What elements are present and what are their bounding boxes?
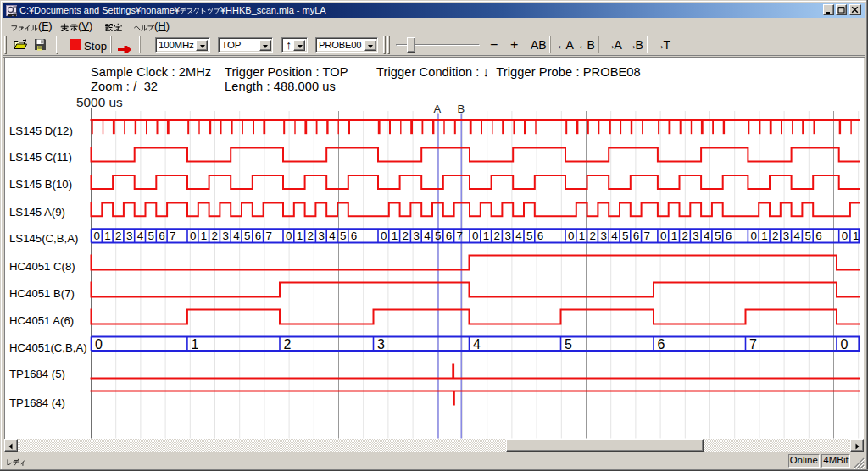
svg-text:3: 3 [377,337,385,352]
svg-text:1: 1 [191,337,198,352]
svg-text:2: 2 [494,230,500,242]
svg-text:4: 4 [329,230,336,242]
svg-text:5: 5 [526,230,532,242]
svg-text:3: 3 [222,230,228,242]
svg-text:6: 6 [537,230,543,242]
svg-text:7: 7 [457,230,463,242]
svg-text:4: 4 [424,230,431,242]
svg-text:6: 6 [446,230,452,242]
svg-text:2: 2 [284,337,292,352]
svg-text:5: 5 [148,230,154,242]
svg-text:A: A [434,103,442,115]
svg-text:4: 4 [233,230,240,242]
svg-text:0: 0 [568,230,574,242]
svg-text:1: 1 [392,230,398,242]
svg-text:0: 0 [95,337,103,352]
svg-text:6: 6 [255,230,261,242]
svg-text:6: 6 [658,337,665,352]
svg-text:0: 0 [381,230,387,242]
svg-text:LS145 B(10): LS145 B(10) [9,178,72,191]
svg-text:0: 0 [190,230,196,242]
svg-text:LS145 C(11): LS145 C(11) [9,151,72,163]
svg-text:2: 2 [308,230,314,242]
svg-text:1: 1 [483,230,489,242]
svg-text:2: 2 [772,230,778,242]
svg-text:1: 1 [671,230,677,242]
svg-text:5000 us: 5000 us [76,95,123,109]
svg-text:5: 5 [804,230,810,242]
svg-text:2: 2 [682,230,688,242]
svg-text:TP1684 (5): TP1684 (5) [9,368,65,380]
svg-text:HC4051 C(8): HC4051 C(8) [9,260,75,273]
svg-text:6: 6 [726,230,732,242]
svg-text:7: 7 [266,230,272,242]
svg-text:B: B [458,103,465,115]
svg-text:2: 2 [590,230,596,242]
svg-text:3: 3 [318,230,324,242]
svg-text:7: 7 [170,230,175,242]
svg-text:7: 7 [644,230,650,242]
svg-text:4: 4 [473,337,481,352]
svg-text:6: 6 [633,230,639,242]
svg-text:3: 3 [693,230,698,242]
svg-text:1: 1 [853,230,859,242]
svg-text:3: 3 [413,230,419,242]
svg-text:2: 2 [403,230,409,242]
svg-text:3: 3 [126,230,132,242]
svg-text:HC4051 A(6): HC4051 A(6) [9,314,74,327]
svg-text:3: 3 [783,230,789,242]
svg-text:4: 4 [704,230,710,242]
svg-text:0: 0 [841,337,849,352]
svg-text:5: 5 [715,230,721,242]
svg-text:4: 4 [611,230,618,242]
svg-text:2: 2 [115,230,121,242]
svg-text:TP1684 (4): TP1684 (4) [9,396,65,409]
svg-text:1: 1 [104,230,110,242]
svg-text:LS145 D(12): LS145 D(12) [9,125,73,137]
svg-text:HC4051(C,B,A): HC4051(C,B,A) [9,341,87,354]
svg-text:HC4051 B(7): HC4051 B(7) [9,287,75,300]
svg-text:0: 0 [94,230,100,242]
svg-text:4: 4 [794,230,801,242]
svg-text:LS145(C,B,A): LS145(C,B,A) [9,232,78,245]
svg-text:3: 3 [600,230,606,242]
svg-text:0: 0 [660,230,666,242]
svg-text:0: 0 [842,230,848,242]
svg-text:LS145 A(9): LS145 A(9) [9,206,65,219]
svg-text:5: 5 [340,230,346,242]
svg-text:4: 4 [137,230,144,242]
svg-text:5: 5 [244,230,250,242]
svg-text:1: 1 [297,230,303,242]
svg-text:6: 6 [351,230,357,242]
svg-text:4: 4 [515,230,522,242]
svg-text:1: 1 [761,230,767,242]
svg-text:6: 6 [815,230,821,242]
svg-text:1: 1 [201,230,207,242]
svg-text:0: 0 [286,230,292,242]
svg-text:6: 6 [159,230,164,242]
svg-text:2: 2 [212,230,218,242]
svg-text:5: 5 [435,230,441,242]
svg-text:1: 1 [579,230,585,242]
svg-text:0: 0 [472,230,478,242]
svg-text:5: 5 [565,337,572,352]
svg-text:5: 5 [622,230,628,242]
svg-text:0: 0 [750,230,756,242]
svg-text:7: 7 [749,337,757,352]
svg-text:3: 3 [504,230,510,242]
